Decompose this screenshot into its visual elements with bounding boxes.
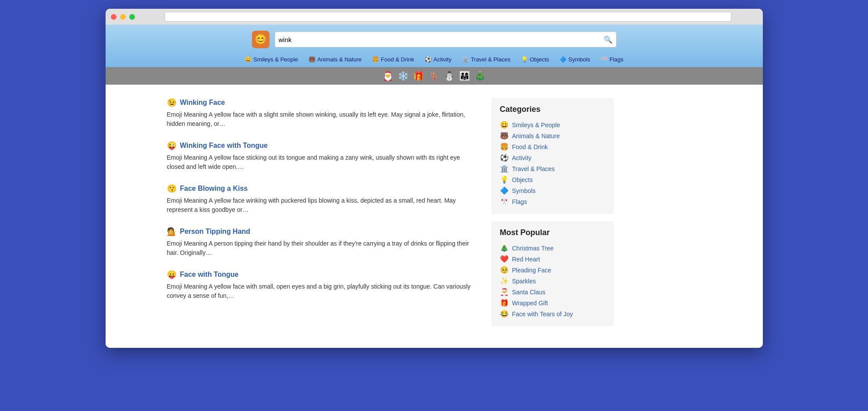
category-link[interactable]: 🏛️Travel & Places bbox=[500, 163, 605, 174]
sidebar: Categories 😀Smileys & People🐻Animals & N… bbox=[491, 98, 614, 335]
category-link[interactable]: ⚽Activity bbox=[500, 152, 605, 163]
sub-nav-item[interactable]: 👨‍👩‍👧 bbox=[459, 71, 470, 81]
result-item: 😜 Winking Face with Tongue Emoji Meaning… bbox=[167, 141, 474, 172]
logo: 😊 bbox=[252, 31, 269, 48]
titlebar bbox=[106, 9, 763, 25]
nav-item-objects[interactable]: 💡Objects bbox=[521, 56, 549, 63]
result-link[interactable]: Winking Face bbox=[180, 99, 225, 107]
sub-nav-item[interactable]: ⛄ bbox=[444, 71, 455, 81]
category-label: Food & Drink bbox=[512, 143, 548, 150]
popular-label: Pleading Face bbox=[512, 267, 552, 274]
logo-emoji: 😊 bbox=[255, 34, 266, 45]
url-bar[interactable] bbox=[165, 12, 731, 21]
nav-emoji: 🐻 bbox=[308, 56, 315, 63]
result-item: 💁 Person Tipping Hand Emoji Meaning A pe… bbox=[167, 227, 474, 257]
results-list: 😉 Winking Face Emoji Meaning A yellow fa… bbox=[167, 98, 474, 335]
result-description: Emoji Meaning A yellow face sticking out… bbox=[167, 153, 474, 172]
search-input[interactable] bbox=[279, 36, 604, 43]
nav-emoji: 🏛️ bbox=[462, 56, 469, 63]
result-emoji: 💁 bbox=[167, 227, 177, 236]
result-title: 😗 Face Blowing a Kiss bbox=[167, 184, 474, 193]
result-description: Emoji Meaning A yellow face with small, … bbox=[167, 282, 474, 300]
nav-label: Objects bbox=[530, 56, 549, 63]
main-nav: 😀Smileys & People🐻Animals & Nature🍔Food … bbox=[106, 54, 763, 67]
search-row: 😊 🔍 bbox=[106, 31, 763, 54]
minimize-button[interactable] bbox=[120, 14, 126, 20]
category-label: Animals & Nature bbox=[512, 132, 560, 139]
search-box[interactable]: 🔍 bbox=[275, 32, 616, 47]
popular-emoji: 😂 bbox=[500, 310, 509, 318]
category-emoji: 🏛️ bbox=[500, 164, 509, 173]
nav-item-activity[interactable]: ⚽Activity bbox=[425, 56, 451, 63]
category-emoji: 🍔 bbox=[500, 143, 509, 151]
category-link[interactable]: 🔷Symbols bbox=[500, 185, 605, 196]
nav-item-animals---nature[interactable]: 🐻Animals & Nature bbox=[308, 56, 361, 63]
popular-emoji: 🎅 bbox=[500, 288, 509, 296]
nav-emoji: 🎌 bbox=[601, 56, 608, 63]
category-emoji: 🐻 bbox=[500, 132, 509, 140]
popular-label: Christmas Tree bbox=[512, 245, 554, 252]
category-label: Flags bbox=[512, 198, 527, 205]
sub-nav-item[interactable]: 🎅 bbox=[383, 71, 393, 81]
result-title: 😉 Winking Face bbox=[167, 98, 474, 107]
nav-item-smileys---people[interactable]: 😀Smileys & People bbox=[244, 56, 298, 63]
result-description: Emoji Meaning A person tipping their han… bbox=[167, 239, 474, 257]
popular-link[interactable]: 🎁Wrapped Gift bbox=[500, 297, 605, 308]
popular-title: Most Popular bbox=[500, 228, 605, 237]
popular-link[interactable]: ✨Sparkles bbox=[500, 275, 605, 286]
popular-link[interactable]: 🎅Santa Claus bbox=[500, 286, 605, 297]
header: 😊 🔍 😀Smileys & People🐻Animals & Nature🍔F… bbox=[106, 25, 763, 67]
result-emoji: 😛 bbox=[167, 270, 177, 279]
sub-nav-item[interactable]: 🎁 bbox=[413, 71, 424, 81]
popular-link[interactable]: ❤️Red Heart bbox=[500, 254, 605, 264]
category-emoji: 🔷 bbox=[500, 186, 509, 195]
nav-emoji: 😀 bbox=[244, 56, 252, 63]
category-link[interactable]: 🎌Flags bbox=[500, 196, 605, 207]
popular-link[interactable]: 🥺Pleading Face bbox=[500, 264, 605, 275]
popular-link[interactable]: 😂Face with Tears of Joy bbox=[500, 308, 605, 319]
category-link[interactable]: 💡Objects bbox=[500, 174, 605, 185]
browser-window: 😊 🔍 😀Smileys & People🐻Animals & Nature🍔F… bbox=[106, 9, 763, 348]
result-emoji: 😉 bbox=[167, 98, 177, 107]
popular-label: Wrapped Gift bbox=[512, 300, 548, 307]
sub-nav-item[interactable]: 🦌 bbox=[429, 71, 439, 81]
category-emoji: 💡 bbox=[500, 175, 509, 184]
nav-label: Smileys & People bbox=[253, 56, 298, 63]
result-item: 😛 Face with Tongue Emoji Meaning A yello… bbox=[167, 270, 474, 300]
result-link[interactable]: Winking Face with Tongue bbox=[180, 142, 268, 150]
result-link[interactable]: Face Blowing a Kiss bbox=[180, 185, 248, 193]
result-emoji: 😜 bbox=[167, 141, 177, 150]
result-link[interactable]: Face with Tongue bbox=[180, 271, 239, 279]
nav-item-travel---places[interactable]: 🏛️Travel & Places bbox=[462, 56, 510, 63]
popular-link[interactable]: 🎄Christmas Tree bbox=[500, 243, 605, 254]
sub-nav-item[interactable]: 🎄 bbox=[475, 71, 485, 81]
nav-label: Flags bbox=[609, 56, 624, 63]
result-title: 😛 Face with Tongue bbox=[167, 270, 474, 279]
category-link[interactable]: 😀Smileys & People bbox=[500, 119, 605, 130]
main-content: 😉 Winking Face Emoji Meaning A yellow fa… bbox=[106, 85, 763, 348]
popular-label: Face with Tears of Joy bbox=[512, 311, 573, 318]
nav-label: Animals & Nature bbox=[317, 56, 361, 63]
sub-nav: 🎅❄️🎁🦌⛄👨‍👩‍👧🎄 bbox=[106, 67, 763, 85]
nav-label: Symbols bbox=[568, 56, 590, 63]
category-label: Objects bbox=[512, 176, 533, 183]
categories-box: Categories 😀Smileys & People🐻Animals & N… bbox=[491, 98, 614, 214]
sub-nav-item[interactable]: ❄️ bbox=[398, 71, 409, 81]
maximize-button[interactable] bbox=[129, 14, 135, 20]
result-item: 😗 Face Blowing a Kiss Emoji Meaning A ye… bbox=[167, 184, 474, 214]
category-link[interactable]: 🐻Animals & Nature bbox=[500, 130, 605, 141]
result-description: Emoji Meaning A yellow face winking with… bbox=[167, 196, 474, 214]
nav-item-food---drink[interactable]: 🍔Food & Drink bbox=[372, 56, 414, 63]
popular-emoji: ✨ bbox=[500, 277, 509, 285]
category-link[interactable]: 🍔Food & Drink bbox=[500, 141, 605, 152]
close-button[interactable] bbox=[111, 14, 117, 20]
search-icon[interactable]: 🔍 bbox=[604, 36, 613, 44]
category-emoji: 🎌 bbox=[500, 197, 509, 206]
popular-label: Sparkles bbox=[512, 278, 536, 285]
category-label: Symbols bbox=[512, 187, 536, 194]
result-link[interactable]: Person Tipping Hand bbox=[180, 228, 251, 236]
nav-item-flags[interactable]: 🎌Flags bbox=[601, 56, 624, 63]
popular-label: Red Heart bbox=[512, 256, 540, 263]
result-description: Emoji Meaning A yellow face with a sligh… bbox=[167, 110, 474, 129]
nav-item-symbols[interactable]: 🔷Symbols bbox=[560, 56, 590, 63]
